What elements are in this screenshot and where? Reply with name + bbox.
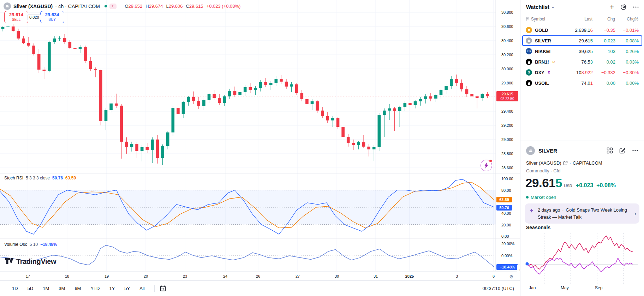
detail-price: 29.61 xyxy=(525,176,555,190)
grid-icon xyxy=(607,147,613,154)
watchlist-header[interactable]: Watchlist⌄ xyxy=(526,4,554,10)
svg-text:29.615: 29.615 xyxy=(501,92,513,96)
buy-button[interactable]: 29.634BUY xyxy=(40,11,64,23)
ohlc-readout: O29.652 H29.674 L29.606 C29.615 +0.023 (… xyxy=(125,4,240,9)
flash-actions-button[interactable] xyxy=(481,160,492,171)
watchlist-chg: 0.02 xyxy=(593,59,615,65)
svg-text:0.00: 0.00 xyxy=(501,234,509,238)
svg-text:20: 20 xyxy=(144,274,148,278)
svg-text:29.800: 29.800 xyxy=(501,81,513,85)
layout-grid-button[interactable] xyxy=(607,147,613,154)
market-open-icon xyxy=(526,196,529,199)
svg-text:3: 3 xyxy=(456,274,458,278)
watchlist-column-headers[interactable]: Symbol Last Chg Chg% xyxy=(523,17,642,22)
watchlist-chg: −0.35 xyxy=(593,28,615,33)
volume-osc-legend[interactable]: Volume Osc 5 10 −18.48% xyxy=(4,242,57,247)
calendar-go-to-date-icon xyxy=(160,285,166,292)
flag-icon xyxy=(526,17,529,21)
svg-text:28.800: 28.800 xyxy=(501,152,513,156)
watchlist-row-brn1[interactable]: BRN1!D76.530.020.03% xyxy=(522,57,642,67)
svg-text:23: 23 xyxy=(183,274,187,278)
range-button-1d[interactable]: 1D xyxy=(12,286,18,291)
range-button-all[interactable]: All xyxy=(139,286,144,291)
silver-bars-icon xyxy=(526,146,535,155)
watchlist-row-nikkei[interactable]: 225NIKKEI39,6251030.26% xyxy=(522,46,642,57)
svg-text:27: 27 xyxy=(296,274,300,278)
watchlist-last: 108.922 xyxy=(562,70,593,75)
svg-text:29.200: 29.200 xyxy=(501,123,513,128)
symbol-title[interactable]: Silver (XAGUSD) xyxy=(13,4,53,9)
watchlist-symbol-name: NIKKEI xyxy=(535,49,550,54)
detail-symbol-name[interactable]: SILVER xyxy=(538,148,557,154)
panel-divider[interactable] xyxy=(520,141,644,141)
watchlist-symbol-name: SILVER xyxy=(535,38,551,43)
watchlist-chg-pct: 0.03% xyxy=(615,59,639,65)
external-link-icon[interactable] xyxy=(563,161,568,165)
change-value: +0.023 (+0.08%) xyxy=(207,4,241,9)
svg-text:29.400: 29.400 xyxy=(501,109,513,113)
watchlist-row-usoil[interactable]: USOIL74.010.000.00% xyxy=(522,78,642,88)
range-button-5d[interactable]: 5D xyxy=(28,286,34,291)
watchlist-row-silver[interactable]: SILVER29.6150.0230.08% xyxy=(522,35,642,46)
seasonals-chart[interactable] xyxy=(524,232,640,285)
tradingview-logo[interactable]: TradingView xyxy=(5,257,56,266)
price-chart-canvas[interactable]: 30.80030.60030.40030.20030.00029.80029.4… xyxy=(0,0,520,280)
detail-full-name[interactable]: Silver (XAGUSD) xyxy=(526,160,561,166)
buy-sell-widget: 29.614SELL 0.020 29.634BUY xyxy=(4,11,64,23)
stoch-rsi-legend[interactable]: Stoch RSI 5 3 3 3 close 50.76 63.59 xyxy=(4,176,76,180)
symbol-legend[interactable]: Silver (XAGUSD) · 4h · CAPITALCOM ≈ O29.… xyxy=(4,2,240,10)
low-value: 29.606 xyxy=(169,4,183,9)
tradingview-mark-icon xyxy=(5,258,14,266)
svg-text:02:22:50: 02:22:50 xyxy=(501,97,514,101)
dxy-icon: S xyxy=(526,69,532,76)
seasonals-month-may: May xyxy=(561,285,569,290)
symbol-flag-letter: D xyxy=(553,60,555,64)
add-symbol-button[interactable]: + xyxy=(610,4,614,11)
range-button-3m[interactable]: 3M xyxy=(59,286,65,291)
pie-chart-icon xyxy=(620,4,627,11)
seasonals-month-jan: Jan xyxy=(529,285,536,290)
detail-currency: USD xyxy=(564,184,572,188)
svg-text:30.200: 30.200 xyxy=(501,53,513,57)
watchlist-row-dxy[interactable]: SDXYE108.922−0.332−0.30% xyxy=(522,67,642,78)
svg-text:63.59: 63.59 xyxy=(499,197,509,202)
chart-toolbar: 1D5D1M3M6MYTD1Y5YAll 00:37:10 (UTC) xyxy=(0,280,520,296)
tradingview-app: 30.80030.60030.40030.20030.00029.80029.4… xyxy=(0,0,644,296)
pie-chart-button[interactable] xyxy=(620,4,627,11)
range-button-ytd[interactable]: YTD xyxy=(90,286,100,291)
range-button-1y[interactable]: 1Y xyxy=(109,286,115,291)
svg-text:26: 26 xyxy=(256,274,260,278)
chevron-down-icon: ⌄ xyxy=(551,5,554,9)
session-clock[interactable]: 00:37:10 (UTC) xyxy=(482,286,514,291)
brn1-icon xyxy=(526,59,532,65)
range-button-6m[interactable]: 6M xyxy=(74,286,81,291)
market-status: Market open xyxy=(526,195,556,200)
svg-text:40.00: 40.00 xyxy=(501,211,511,215)
notes-button[interactable] xyxy=(619,147,626,154)
watchlist-symbol-name: DXY xyxy=(535,70,544,75)
live-status-icon xyxy=(105,5,107,7)
watchlist-last: 39,625 xyxy=(562,49,593,54)
range-button-1m[interactable]: 1M xyxy=(43,286,49,291)
more-icon xyxy=(632,149,638,152)
symbol-meta[interactable]: · 4h · CAPITALCOM xyxy=(55,4,100,9)
watchlist-more-button[interactable] xyxy=(633,6,639,8)
svg-text:29.000: 29.000 xyxy=(501,137,513,142)
go-to-date-button[interactable] xyxy=(160,285,166,292)
svg-text:30.000: 30.000 xyxy=(501,67,513,71)
range-button-5y[interactable]: 5Y xyxy=(124,286,130,291)
svg-text:100.00: 100.00 xyxy=(501,177,513,181)
lightning-icon xyxy=(530,208,533,213)
watchlist-chg: 0.023 xyxy=(593,38,615,43)
svg-text:19: 19 xyxy=(105,274,109,278)
watchlist-rows: GOLD2,639.16−0.35−0.01%SILVER29.6150.023… xyxy=(522,25,642,88)
detail-exchange: CAPITALCOM xyxy=(573,160,602,166)
seasonals-month-sep: Sep xyxy=(595,285,602,290)
svg-text:⚙: ⚙ xyxy=(509,274,513,279)
detail-instrument-type: Commodity · Cfd xyxy=(526,168,561,173)
chevron-right-icon: › xyxy=(634,209,636,218)
watchlist-row-gold[interactable]: GOLD2,639.16−0.35−0.01% xyxy=(522,25,642,35)
sell-button[interactable]: 29.614SELL xyxy=(4,11,28,23)
detail-more-button[interactable] xyxy=(632,149,638,152)
news-item[interactable]: 2 days ago · Gold Snaps Two Week Losing … xyxy=(525,203,639,224)
